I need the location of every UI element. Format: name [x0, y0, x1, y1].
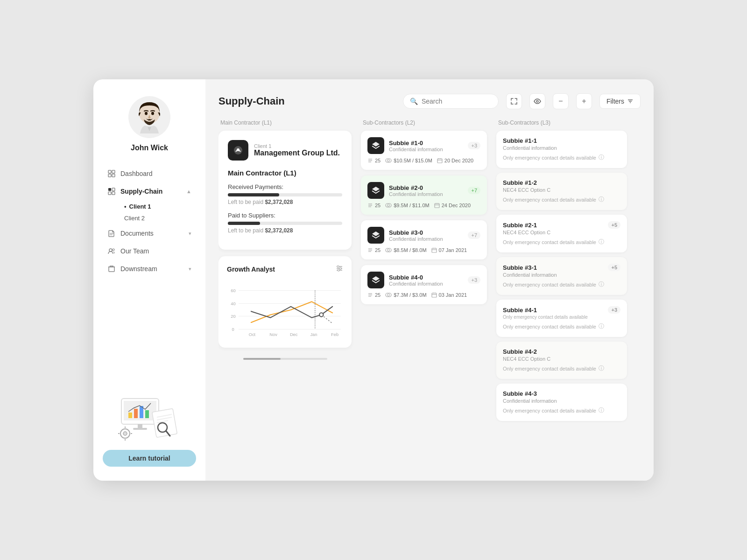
info-icon-4-2: ⓘ	[599, 364, 604, 372]
our-team-icon	[107, 247, 116, 255]
subbie-3-0-name: Subbie #3-0	[389, 229, 463, 236]
subbie-1-2-sub: NEC4 ECC Option C	[503, 187, 620, 193]
nav-sub-client2[interactable]: Client 2	[120, 212, 196, 224]
subbie-1-0-name: Subbie #1-0	[389, 140, 463, 147]
sidebar-item-our-team[interactable]: Our Team	[103, 243, 196, 259]
client-logo-icon	[233, 145, 243, 155]
scroll-area	[218, 353, 352, 360]
nav-sub-items: • Client 1 Client 2	[103, 201, 196, 224]
paid-remaining: Left to be paid $2,372,028	[228, 227, 342, 234]
svg-point-60	[319, 313, 323, 316]
subbie-4-0-name: Subbie #4-0	[389, 274, 463, 281]
sidebar-item-supply-chain[interactable]: Supply-Chain ▲	[103, 183, 196, 200]
l1-client-header: Client 1 Management Group Ltd.	[228, 140, 342, 161]
l3-card-subbie-4-2[interactable]: Subbie #4-2 NEC4 ECC Option C Only emerg…	[496, 342, 627, 379]
l2-card-1-footer: 25 $10.5M / $15.0M 20 Dec 2020	[367, 158, 480, 163]
zoom-in-button[interactable]: +	[576, 93, 592, 109]
l2-card-subbie-1-0[interactable]: Subbie #1-0 Confidential information +3 …	[361, 131, 487, 170]
l3-card-subbie-2-1[interactable]: Subbie #2-1 +5 NEC4 ECC Option C Only em…	[496, 215, 627, 252]
received-payments-label: Received Payments:	[228, 183, 342, 190]
main-content: Supply-Chain 🔍 − +	[205, 79, 654, 481]
calendar-icon-3	[431, 247, 437, 253]
client-info: Client 1 Management Group Ltd.	[254, 143, 340, 157]
minus-icon: −	[558, 97, 563, 105]
svg-rect-4	[112, 170, 115, 173]
svg-point-1	[145, 112, 148, 115]
subbie-1-0-conf: Confidential information	[389, 147, 463, 152]
growth-card: Growth Analyst	[218, 256, 352, 348]
column-l1: Main Contractor (L1) Client 1	[218, 119, 352, 471]
client-label: Client 1	[254, 143, 340, 149]
subbie-3-1-badge: +5	[608, 264, 620, 271]
subbie-2-0-icon	[367, 182, 384, 199]
subbie-3-0-date: 07 Jan 2021	[431, 247, 467, 253]
learn-tutorial-button[interactable]: Learn tutorial	[103, 450, 196, 467]
subbie-3-0-value: $8.5M / $8.0M	[385, 247, 426, 253]
column-l3: Sub-Contractors (L3) Subbie #1-1 Confide…	[496, 119, 627, 471]
svg-rect-3	[108, 170, 111, 173]
l3-card-subbie-4-3[interactable]: Subbie #4-3 Confidential information Onl…	[496, 384, 627, 421]
subbie-2-0-date: 24 Dec 2020	[434, 203, 471, 208]
svg-rect-21	[138, 424, 142, 428]
bullet: •	[124, 203, 127, 210]
list-icon-4	[367, 292, 373, 298]
subbie-1-0-value: $10.5M / $15.0M	[385, 158, 432, 163]
l2-card-subbie-3-0[interactable]: Subbie #3-0 Confidential information +7 …	[361, 220, 487, 259]
subbie-1-1-note: Only emergency contact details available…	[503, 154, 620, 161]
svg-rect-6	[112, 174, 115, 177]
sidebar-item-dashboard[interactable]: Dashboard	[103, 165, 196, 182]
calendar-icon-4	[431, 292, 437, 298]
subbie-2-0-badge: +7	[468, 187, 480, 194]
dashboard-label: Dashboard	[120, 170, 153, 177]
svg-rect-67	[437, 159, 442, 163]
fit-screen-button[interactable]	[506, 93, 522, 109]
subbie-4-1-note: Only emergency contact details available…	[503, 322, 620, 330]
subbie-3-1-title: Subbie #3-1 +5	[503, 264, 620, 271]
received-remaining: Left to be paid $2,372,028	[228, 199, 342, 205]
downstream-label: Downstream	[120, 265, 157, 273]
fit-screen-icon	[510, 98, 518, 105]
subbie-4-3-title: Subbie #4-3	[503, 390, 620, 397]
zoom-out-button[interactable]: −	[553, 93, 569, 109]
svg-point-45	[339, 267, 341, 269]
search-box[interactable]: 🔍	[403, 94, 499, 109]
l3-card-subbie-1-1[interactable]: Subbie #1-1 Confidential information Onl…	[496, 131, 627, 168]
filters-button[interactable]: Filters	[599, 94, 641, 109]
scroll-indicator	[243, 358, 327, 360]
subbie-3-0-info: Subbie #3-0 Confidential information	[389, 229, 463, 242]
list-icon-2	[367, 203, 373, 208]
l2-card-2-footer: 25 $9.5M / $11.0M 24 Dec 2020	[367, 203, 480, 208]
l1-column-header: Main Contractor (L1)	[218, 119, 352, 131]
l2-card-3-header: Subbie #3-0 Confidential information +7	[367, 227, 480, 244]
sidebar-item-documents[interactable]: Documents ▾	[103, 225, 196, 242]
svg-point-46	[338, 269, 339, 271]
client-name: Management Group Ltd.	[254, 149, 340, 157]
info-icon-4-1: ⓘ	[599, 322, 604, 330]
info-icon-1-2: ⓘ	[599, 196, 604, 203]
l3-column-header: Sub-Contractors (L3)	[496, 119, 627, 131]
info-icon-4-3: ⓘ	[599, 406, 604, 414]
subbie-2-1-sub: NEC4 ECC Option C	[503, 230, 620, 235]
our-team-label: Our Team	[120, 247, 149, 255]
svg-rect-94	[432, 293, 437, 297]
l3-card-subbie-1-2[interactable]: Subbie #1-2 NEC4 ECC Option C Only emerg…	[496, 173, 627, 210]
subbie-1-1-title: Subbie #1-1	[503, 137, 620, 144]
l2-card-subbie-4-0[interactable]: Subbie #4-0 Confidential information +3 …	[361, 265, 487, 304]
l2-card-subbie-2-0[interactable]: Subbie #2-0 Confidential information +7 …	[361, 175, 487, 215]
documents-icon	[107, 229, 116, 238]
l3-card-subbie-4-1[interactable]: Subbie #4-1 +3 Only emergency contact de…	[496, 300, 627, 337]
l3-card-subbie-3-1[interactable]: Subbie #3-1 +5 Confidential information …	[496, 257, 627, 295]
downstream-icon	[107, 265, 116, 273]
page-title: Supply-Chain	[218, 95, 285, 107]
sidebar-item-downstream[interactable]: Downstream ▾	[103, 260, 196, 277]
subbie-3-1-note: Only emergency contact details available…	[503, 280, 620, 288]
nav-sub-client1[interactable]: • Client 1	[120, 201, 196, 212]
documents-label: Documents	[120, 230, 154, 237]
l2-card-3-footer: 25 $8.5M / $8.0M 07 Jan 2021	[367, 247, 480, 253]
l1-card: Client 1 Management Group Ltd. Main Cont…	[218, 131, 352, 250]
chart-settings-icon[interactable]	[336, 265, 343, 274]
subbie-1-0-count: 25	[367, 158, 381, 163]
info-icon-3-1: ⓘ	[599, 280, 604, 288]
search-input[interactable]	[422, 98, 492, 105]
view-button[interactable]	[529, 93, 545, 109]
